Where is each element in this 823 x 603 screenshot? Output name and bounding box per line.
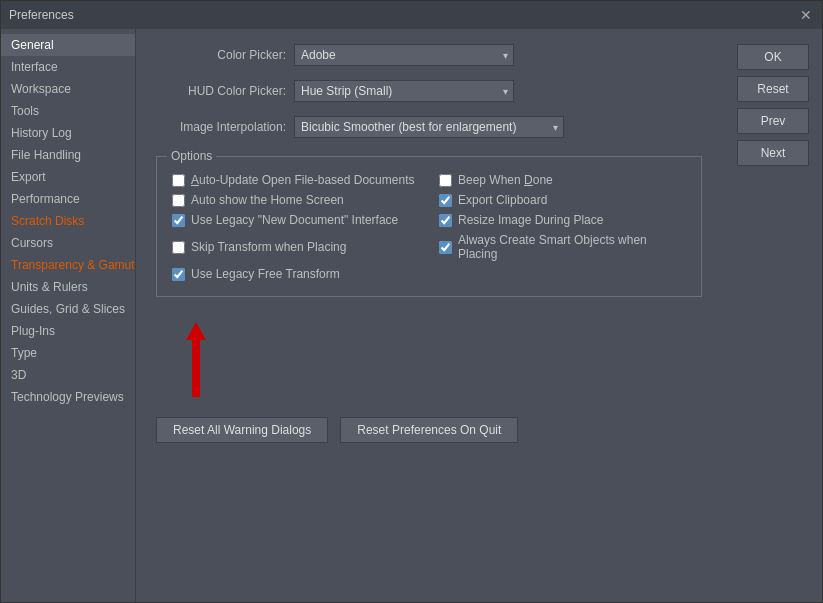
prev-button[interactable]: Prev [737, 108, 809, 134]
options-box: Options Auto-Update Open File-based Docu… [156, 156, 702, 297]
image-interpolation-row: Image Interpolation: Bicubic Smoother (b… [156, 116, 702, 138]
color-picker-row: Color Picker: Adobe Windows [156, 44, 702, 66]
checkbox-export-clipboard[interactable]: Export Clipboard [439, 193, 686, 207]
close-button[interactable]: ✕ [798, 7, 814, 23]
sidebar-item-transparency-gamut[interactable]: Transparency & Gamut [1, 254, 135, 276]
bottom-buttons-row: Reset All Warning Dialogs Reset Preferen… [156, 417, 702, 443]
use-legacy-new-doc-checkbox[interactable] [172, 214, 185, 227]
dialog-title: Preferences [9, 8, 74, 22]
color-picker-label: Color Picker: [156, 48, 286, 62]
sidebar: General Interface Workspace Tools Histor… [1, 29, 136, 602]
checkbox-always-smart-objects[interactable]: Always Create Smart Objects when Placing [439, 233, 686, 261]
action-buttons-panel: OK Reset Prev Next [722, 29, 822, 602]
options-grid: Auto-Update Open File-based Documents Be… [172, 173, 686, 261]
reset-warning-button[interactable]: Reset All Warning Dialogs [156, 417, 328, 443]
sidebar-item-interface[interactable]: Interface [1, 56, 135, 78]
sidebar-item-tools[interactable]: Tools [1, 100, 135, 122]
sidebar-item-workspace[interactable]: Workspace [1, 78, 135, 100]
main-content: Color Picker: Adobe Windows HUD Color Pi… [136, 29, 722, 602]
title-bar: Preferences ✕ [1, 1, 822, 29]
sidebar-item-units-rulers[interactable]: Units & Rulers [1, 276, 135, 298]
arrow-shaft [192, 339, 200, 397]
checkbox-auto-home[interactable]: Auto show the Home Screen [172, 193, 419, 207]
sidebar-item-scratch-disks[interactable]: Scratch Disks [1, 210, 135, 232]
sidebar-item-plug-ins[interactable]: Plug-Ins [1, 320, 135, 342]
beep-done-checkbox[interactable] [439, 174, 452, 187]
image-interpolation-label: Image Interpolation: [156, 120, 286, 134]
hud-color-picker-row: HUD Color Picker: Hue Strip (Small) Hue … [156, 80, 702, 102]
skip-transform-checkbox[interactable] [172, 241, 185, 254]
resize-image-place-label: Resize Image During Place [458, 213, 603, 227]
reset-button[interactable]: Reset [737, 76, 809, 102]
checkbox-resize-image-place[interactable]: Resize Image During Place [439, 213, 686, 227]
checkbox-beep-done[interactable]: Beep When Done [439, 173, 686, 187]
arrow-annotation [166, 307, 226, 397]
image-interpolation-wrapper: Bicubic Smoother (best for enlargement) … [294, 116, 564, 138]
next-button[interactable]: Next [737, 140, 809, 166]
hud-color-picker-wrapper: Hue Strip (Small) Hue Strip (Medium) Hue… [294, 80, 514, 102]
color-picker-select[interactable]: Adobe Windows [294, 44, 514, 66]
checkbox-use-legacy-free-transform[interactable]: Use Legacy Free Transform [172, 267, 686, 281]
hud-color-picker-label: HUD Color Picker: [156, 84, 286, 98]
sidebar-item-general[interactable]: General [1, 34, 135, 56]
auto-home-label: Auto show the Home Screen [191, 193, 344, 207]
resize-image-place-checkbox[interactable] [439, 214, 452, 227]
sidebar-item-performance[interactable]: Performance [1, 188, 135, 210]
sidebar-item-export[interactable]: Export [1, 166, 135, 188]
use-legacy-free-transform-checkbox[interactable] [172, 268, 185, 281]
export-clipboard-checkbox[interactable] [439, 194, 452, 207]
auto-update-label: Auto-Update Open File-based Documents [191, 173, 414, 187]
always-smart-objects-label: Always Create Smart Objects when Placing [458, 233, 686, 261]
sidebar-item-cursors[interactable]: Cursors [1, 232, 135, 254]
options-legend: Options [167, 149, 216, 163]
auto-home-checkbox[interactable] [172, 194, 185, 207]
dialog-body: General Interface Workspace Tools Histor… [1, 29, 822, 602]
color-picker-wrapper: Adobe Windows [294, 44, 514, 66]
export-clipboard-label: Export Clipboard [458, 193, 547, 207]
sidebar-item-guides-grid-slices[interactable]: Guides, Grid & Slices [1, 298, 135, 320]
hud-color-picker-select[interactable]: Hue Strip (Small) Hue Strip (Medium) Hue… [294, 80, 514, 102]
reset-prefs-button[interactable]: Reset Preferences On Quit [340, 417, 518, 443]
sidebar-item-file-handling[interactable]: File Handling [1, 144, 135, 166]
checkbox-skip-transform[interactable]: Skip Transform when Placing [172, 233, 419, 261]
image-interpolation-select[interactable]: Bicubic Smoother (best for enlargement) … [294, 116, 564, 138]
use-legacy-new-doc-label: Use Legacy "New Document" Interface [191, 213, 398, 227]
skip-transform-label: Skip Transform when Placing [191, 240, 346, 254]
use-legacy-free-transform-label: Use Legacy Free Transform [191, 267, 340, 281]
sidebar-item-type[interactable]: Type [1, 342, 135, 364]
sidebar-item-history-log[interactable]: History Log [1, 122, 135, 144]
sidebar-item-technology-previews[interactable]: Technology Previews [1, 386, 135, 408]
ok-button[interactable]: OK [737, 44, 809, 70]
checkbox-auto-update[interactable]: Auto-Update Open File-based Documents [172, 173, 419, 187]
sidebar-item-3d[interactable]: 3D [1, 364, 135, 386]
beep-done-label: Beep When Done [458, 173, 553, 187]
arrow-head [186, 322, 206, 340]
checkbox-use-legacy-new-doc[interactable]: Use Legacy "New Document" Interface [172, 213, 419, 227]
auto-update-checkbox[interactable] [172, 174, 185, 187]
always-smart-objects-checkbox[interactable] [439, 241, 452, 254]
preferences-dialog: Preferences ✕ General Interface Workspac… [0, 0, 823, 603]
